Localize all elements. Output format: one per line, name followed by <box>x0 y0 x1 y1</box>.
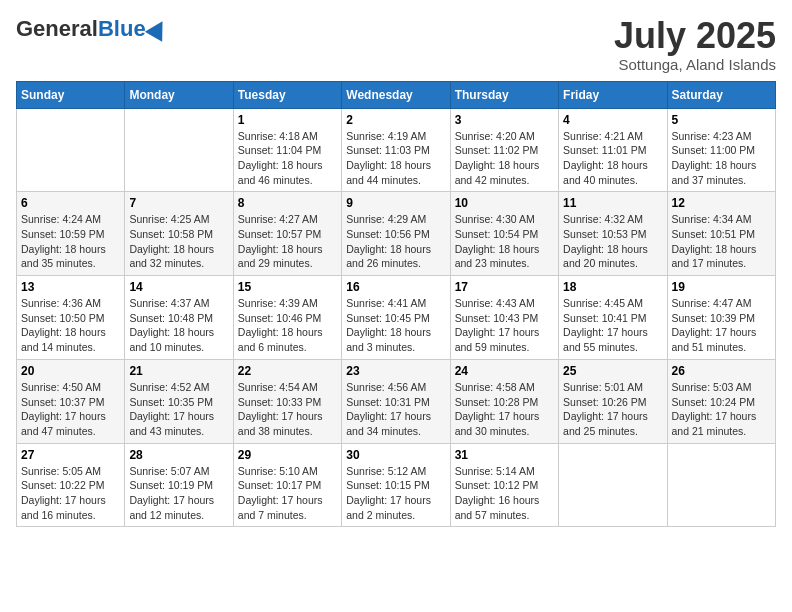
day-info: Sunrise: 4:27 AM Sunset: 10:57 PM Daylig… <box>238 212 337 271</box>
day-number: 11 <box>563 196 662 210</box>
calendar-cell: 8Sunrise: 4:27 AM Sunset: 10:57 PM Dayli… <box>233 192 341 276</box>
day-number: 28 <box>129 448 228 462</box>
day-info: Sunrise: 4:45 AM Sunset: 10:41 PM Daylig… <box>563 296 662 355</box>
day-number: 7 <box>129 196 228 210</box>
day-info: Sunrise: 4:56 AM Sunset: 10:31 PM Daylig… <box>346 380 445 439</box>
title-block: July 2025 Sottunga, Aland Islands <box>614 16 776 73</box>
page-header: General Blue July 2025 Sottunga, Aland I… <box>16 16 776 73</box>
calendar-cell: 21Sunrise: 4:52 AM Sunset: 10:35 PM Dayl… <box>125 359 233 443</box>
calendar-cell: 27Sunrise: 5:05 AM Sunset: 10:22 PM Dayl… <box>17 443 125 527</box>
day-number: 15 <box>238 280 337 294</box>
day-of-week-header: Monday <box>125 81 233 108</box>
calendar-week-row: 1Sunrise: 4:18 AM Sunset: 11:04 PM Dayli… <box>17 108 776 192</box>
calendar-cell: 10Sunrise: 4:30 AM Sunset: 10:54 PM Dayl… <box>450 192 558 276</box>
logo-general-text: General <box>16 16 98 42</box>
day-info: Sunrise: 4:20 AM Sunset: 11:02 PM Daylig… <box>455 129 554 188</box>
calendar-cell: 6Sunrise: 4:24 AM Sunset: 10:59 PM Dayli… <box>17 192 125 276</box>
day-number: 17 <box>455 280 554 294</box>
day-info: Sunrise: 4:18 AM Sunset: 11:04 PM Daylig… <box>238 129 337 188</box>
day-info: Sunrise: 5:14 AM Sunset: 10:12 PM Daylig… <box>455 464 554 523</box>
location-subtitle: Sottunga, Aland Islands <box>614 56 776 73</box>
calendar-cell: 5Sunrise: 4:23 AM Sunset: 11:00 PM Dayli… <box>667 108 775 192</box>
calendar-week-row: 6Sunrise: 4:24 AM Sunset: 10:59 PM Dayli… <box>17 192 776 276</box>
day-info: Sunrise: 5:01 AM Sunset: 10:26 PM Daylig… <box>563 380 662 439</box>
day-info: Sunrise: 5:12 AM Sunset: 10:15 PM Daylig… <box>346 464 445 523</box>
day-info: Sunrise: 4:23 AM Sunset: 11:00 PM Daylig… <box>672 129 771 188</box>
calendar-cell: 24Sunrise: 4:58 AM Sunset: 10:28 PM Dayl… <box>450 359 558 443</box>
calendar-cell: 23Sunrise: 4:56 AM Sunset: 10:31 PM Dayl… <box>342 359 450 443</box>
calendar-cell: 29Sunrise: 5:10 AM Sunset: 10:17 PM Dayl… <box>233 443 341 527</box>
day-of-week-header: Sunday <box>17 81 125 108</box>
day-number: 30 <box>346 448 445 462</box>
day-number: 1 <box>238 113 337 127</box>
calendar-week-row: 20Sunrise: 4:50 AM Sunset: 10:37 PM Dayl… <box>17 359 776 443</box>
day-number: 4 <box>563 113 662 127</box>
day-number: 27 <box>21 448 120 462</box>
day-number: 3 <box>455 113 554 127</box>
calendar-cell: 30Sunrise: 5:12 AM Sunset: 10:15 PM Dayl… <box>342 443 450 527</box>
calendar-cell: 15Sunrise: 4:39 AM Sunset: 10:46 PM Dayl… <box>233 276 341 360</box>
calendar-cell: 18Sunrise: 4:45 AM Sunset: 10:41 PM Dayl… <box>559 276 667 360</box>
day-info: Sunrise: 4:37 AM Sunset: 10:48 PM Daylig… <box>129 296 228 355</box>
calendar-cell: 7Sunrise: 4:25 AM Sunset: 10:58 PM Dayli… <box>125 192 233 276</box>
day-number: 31 <box>455 448 554 462</box>
day-number: 24 <box>455 364 554 378</box>
calendar-cell <box>17 108 125 192</box>
calendar-cell: 22Sunrise: 4:54 AM Sunset: 10:33 PM Dayl… <box>233 359 341 443</box>
day-of-week-header: Tuesday <box>233 81 341 108</box>
calendar-cell: 16Sunrise: 4:41 AM Sunset: 10:45 PM Dayl… <box>342 276 450 360</box>
day-number: 16 <box>346 280 445 294</box>
day-info: Sunrise: 5:10 AM Sunset: 10:17 PM Daylig… <box>238 464 337 523</box>
calendar-cell: 3Sunrise: 4:20 AM Sunset: 11:02 PM Dayli… <box>450 108 558 192</box>
calendar-cell: 20Sunrise: 4:50 AM Sunset: 10:37 PM Dayl… <box>17 359 125 443</box>
calendar-cell: 26Sunrise: 5:03 AM Sunset: 10:24 PM Dayl… <box>667 359 775 443</box>
day-number: 21 <box>129 364 228 378</box>
calendar-cell: 31Sunrise: 5:14 AM Sunset: 10:12 PM Dayl… <box>450 443 558 527</box>
calendar-cell: 1Sunrise: 4:18 AM Sunset: 11:04 PM Dayli… <box>233 108 341 192</box>
day-number: 2 <box>346 113 445 127</box>
calendar-cell: 11Sunrise: 4:32 AM Sunset: 10:53 PM Dayl… <box>559 192 667 276</box>
day-number: 12 <box>672 196 771 210</box>
day-number: 14 <box>129 280 228 294</box>
day-info: Sunrise: 4:29 AM Sunset: 10:56 PM Daylig… <box>346 212 445 271</box>
days-of-week-row: SundayMondayTuesdayWednesdayThursdayFrid… <box>17 81 776 108</box>
day-number: 10 <box>455 196 554 210</box>
day-of-week-header: Thursday <box>450 81 558 108</box>
day-info: Sunrise: 4:34 AM Sunset: 10:51 PM Daylig… <box>672 212 771 271</box>
day-info: Sunrise: 4:58 AM Sunset: 10:28 PM Daylig… <box>455 380 554 439</box>
calendar-cell: 2Sunrise: 4:19 AM Sunset: 11:03 PM Dayli… <box>342 108 450 192</box>
day-info: Sunrise: 4:41 AM Sunset: 10:45 PM Daylig… <box>346 296 445 355</box>
day-of-week-header: Friday <box>559 81 667 108</box>
day-info: Sunrise: 4:36 AM Sunset: 10:50 PM Daylig… <box>21 296 120 355</box>
calendar-cell: 9Sunrise: 4:29 AM Sunset: 10:56 PM Dayli… <box>342 192 450 276</box>
calendar-week-row: 27Sunrise: 5:05 AM Sunset: 10:22 PM Dayl… <box>17 443 776 527</box>
day-number: 26 <box>672 364 771 378</box>
day-info: Sunrise: 5:03 AM Sunset: 10:24 PM Daylig… <box>672 380 771 439</box>
day-number: 9 <box>346 196 445 210</box>
day-info: Sunrise: 5:05 AM Sunset: 10:22 PM Daylig… <box>21 464 120 523</box>
day-number: 6 <box>21 196 120 210</box>
logo: General Blue <box>16 16 168 42</box>
day-number: 25 <box>563 364 662 378</box>
calendar-cell <box>559 443 667 527</box>
day-number: 5 <box>672 113 771 127</box>
calendar-cell: 17Sunrise: 4:43 AM Sunset: 10:43 PM Dayl… <box>450 276 558 360</box>
calendar-cell <box>667 443 775 527</box>
day-number: 23 <box>346 364 445 378</box>
day-of-week-header: Saturday <box>667 81 775 108</box>
day-number: 22 <box>238 364 337 378</box>
calendar-cell: 4Sunrise: 4:21 AM Sunset: 11:01 PM Dayli… <box>559 108 667 192</box>
logo-blue-text: Blue <box>98 16 146 42</box>
day-info: Sunrise: 4:39 AM Sunset: 10:46 PM Daylig… <box>238 296 337 355</box>
day-number: 20 <box>21 364 120 378</box>
day-number: 29 <box>238 448 337 462</box>
day-number: 8 <box>238 196 337 210</box>
day-info: Sunrise: 4:30 AM Sunset: 10:54 PM Daylig… <box>455 212 554 271</box>
calendar-table: SundayMondayTuesdayWednesdayThursdayFrid… <box>16 81 776 528</box>
day-info: Sunrise: 4:19 AM Sunset: 11:03 PM Daylig… <box>346 129 445 188</box>
day-info: Sunrise: 4:47 AM Sunset: 10:39 PM Daylig… <box>672 296 771 355</box>
day-info: Sunrise: 4:32 AM Sunset: 10:53 PM Daylig… <box>563 212 662 271</box>
day-number: 18 <box>563 280 662 294</box>
calendar-cell: 25Sunrise: 5:01 AM Sunset: 10:26 PM Dayl… <box>559 359 667 443</box>
day-info: Sunrise: 4:52 AM Sunset: 10:35 PM Daylig… <box>129 380 228 439</box>
